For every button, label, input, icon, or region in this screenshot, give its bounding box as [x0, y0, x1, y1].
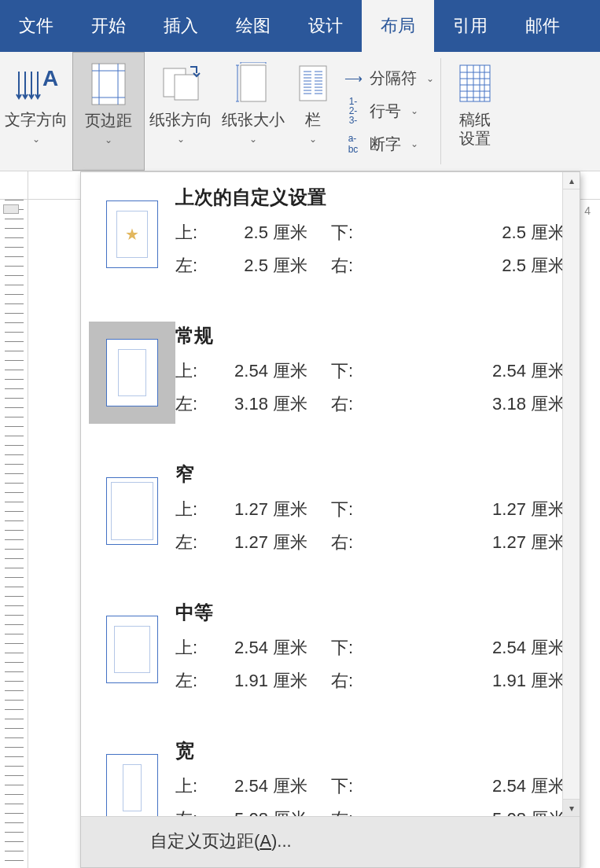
scroll-up-button[interactable]: ▴: [563, 172, 580, 189]
top-value: 2.54 厘米: [213, 359, 331, 383]
hyphenation-icon: a-bc: [343, 133, 363, 155]
manuscript-sublabel: 设置: [459, 129, 491, 148]
left-label: 左:: [175, 669, 213, 693]
menu-insert[interactable]: 插入: [145, 0, 217, 52]
menu-references[interactable]: 引用: [434, 0, 506, 52]
preset-title: 上次的自定义设置: [175, 185, 572, 210]
manuscript-icon: [459, 60, 491, 107]
top-value: 2.5 厘米: [213, 221, 331, 245]
orientation-button[interactable]: 纸张方向 ⌄: [145, 52, 217, 171]
margins-preset-last-custom[interactable]: ★ 上次的自定义设置 上: 2.5 厘米 下: 2.5 厘米 左: 2.5 厘米…: [81, 172, 580, 311]
custom-margins-accelerator: A: [260, 831, 271, 851]
top-label: 上:: [175, 636, 213, 660]
columns-label: 栏: [305, 110, 321, 129]
ruler-tab-selector[interactable]: [3, 204, 19, 214]
right-value: 5.08 厘米: [369, 807, 572, 816]
manuscript-button[interactable]: 稿纸 设置: [441, 52, 509, 171]
margins-button[interactable]: 页边距 ⌄: [72, 52, 145, 171]
line-numbers-button[interactable]: 1-2-3- 行号 ⌄: [343, 97, 434, 125]
preset-thumb: [89, 460, 175, 562]
preset-thumb: [89, 737, 175, 816]
menu-mailings[interactable]: 邮件: [506, 0, 579, 52]
svg-text:A: A: [42, 66, 58, 90]
preset-title: 窄: [175, 462, 572, 487]
orientation-label: 纸张方向: [149, 110, 212, 129]
size-icon: [234, 60, 272, 107]
chevron-down-icon: ⌄: [32, 134, 40, 145]
preset-title: 中等: [175, 600, 572, 625]
chevron-down-icon: ⌄: [426, 73, 434, 84]
orientation-icon: [160, 60, 201, 107]
chevron-down-icon: ⌄: [105, 134, 112, 145]
menu-file[interactable]: 文件: [0, 0, 72, 52]
left-value: 1.91 厘米: [213, 669, 331, 693]
columns-button[interactable]: 栏 ⌄: [289, 52, 337, 171]
left-value: 2.5 厘米: [213, 254, 331, 278]
bottom-value: 2.54 厘米: [369, 774, 572, 798]
svg-rect-36: [460, 65, 490, 101]
size-button[interactable]: 纸张大小 ⌄: [217, 52, 289, 171]
star-icon: ★: [125, 225, 139, 244]
menu-layout[interactable]: 布局: [362, 0, 434, 52]
custom-margins-label-pre: 自定义页边距(: [150, 831, 260, 851]
chevron-down-icon: ⌄: [177, 134, 185, 145]
menu-design[interactable]: 设计: [289, 0, 362, 52]
top-value: 2.54 厘米: [213, 774, 331, 798]
scroll-down-button[interactable]: ▾: [563, 799, 580, 816]
margins-dropdown-body: ★ 上次的自定义设置 上: 2.5 厘米 下: 2.5 厘米 左: 2.5 厘米…: [81, 172, 580, 816]
svg-rect-5: [92, 64, 125, 105]
top-value: 2.54 厘米: [213, 636, 331, 660]
left-value: 5.08 厘米: [213, 807, 331, 816]
right-label: 右:: [331, 392, 369, 416]
custom-margins-button[interactable]: 自定义页边距(A)...: [81, 816, 580, 867]
ruler-number: 4: [584, 204, 591, 217]
margins-label: 页边距: [85, 111, 132, 130]
left-value: 3.18 厘米: [213, 392, 331, 416]
margins-preset-narrow[interactable]: 窄 上: 1.27 厘米 下: 1.27 厘米 左: 1.27 厘米 右: 1.…: [81, 449, 580, 587]
bottom-value: 1.27 厘米: [369, 498, 572, 521]
hyphenation-button[interactable]: a-bc 断字 ⌄: [343, 133, 434, 155]
hyphenation-label: 断字: [370, 134, 401, 155]
left-label: 左:: [175, 254, 213, 278]
right-label: 右:: [331, 531, 369, 554]
margins-preset-moderate[interactable]: 中等 上: 2.54 厘米 下: 2.54 厘米 左: 1.91 厘米 右: 1…: [81, 587, 580, 726]
text-direction-icon: A: [14, 60, 58, 107]
right-value: 1.91 厘米: [369, 669, 572, 693]
line-numbers-icon: 1-2-3-: [343, 97, 363, 125]
margins-preset-normal[interactable]: 常规 上: 2.54 厘米 下: 2.54 厘米 左: 3.18 厘米 右: 3…: [81, 311, 580, 449]
top-value: 1.27 厘米: [213, 498, 331, 521]
preset-thumb: ★: [89, 183, 175, 285]
ribbon-group-manuscript: 稿纸 设置: [441, 52, 509, 171]
svg-rect-11: [175, 75, 198, 100]
breaks-label: 分隔符: [370, 68, 417, 89]
ruler-vertical[interactable]: [0, 200, 28, 868]
ribbon: A 文字方向 ⌄ 页边距 ⌄ 纸张方向 ⌄ 纸张大小: [0, 52, 600, 171]
right-value: 3.18 厘米: [369, 392, 572, 416]
preset-title: 常规: [175, 323, 572, 348]
top-label: 上:: [175, 359, 213, 383]
menu-draw[interactable]: 绘图: [217, 0, 289, 52]
chevron-down-icon: ⌄: [410, 105, 418, 116]
text-direction-button[interactable]: A 文字方向 ⌄: [0, 52, 72, 171]
bottom-value: 2.54 厘米: [369, 359, 572, 383]
bottom-label: 下:: [331, 221, 369, 245]
text-direction-label: 文字方向: [5, 110, 68, 129]
top-label: 上:: [175, 774, 213, 798]
right-label: 右:: [331, 807, 369, 816]
preset-thumb: [89, 322, 175, 424]
bottom-value: 2.5 厘米: [369, 221, 572, 245]
bottom-value: 2.54 厘米: [369, 636, 572, 660]
menu-home[interactable]: 开始: [72, 0, 145, 52]
chevron-down-icon: ⌄: [309, 134, 317, 145]
breaks-button[interactable]: ⟶ 分隔符 ⌄: [343, 68, 434, 89]
dropdown-scrollbar[interactable]: ▴ ▾: [562, 172, 580, 816]
left-label: 左:: [175, 807, 213, 816]
custom-margins-label-post: )...: [271, 831, 292, 851]
manuscript-label: 稿纸: [459, 110, 491, 129]
margins-preset-wide[interactable]: 宽 上: 2.54 厘米 下: 2.54 厘米 左: 5.08 厘米 右: 5.…: [81, 726, 580, 816]
right-value: 1.27 厘米: [369, 531, 572, 554]
chevron-down-icon: ⌄: [249, 134, 257, 145]
ribbon-group-page-setup: A 文字方向 ⌄ 页边距 ⌄ 纸张方向 ⌄ 纸张大小: [0, 52, 440, 171]
columns-icon: [299, 60, 327, 107]
ribbon-small-list: ⟶ 分隔符 ⌄ 1-2-3- 行号 ⌄ a-bc 断字 ⌄: [337, 52, 440, 171]
